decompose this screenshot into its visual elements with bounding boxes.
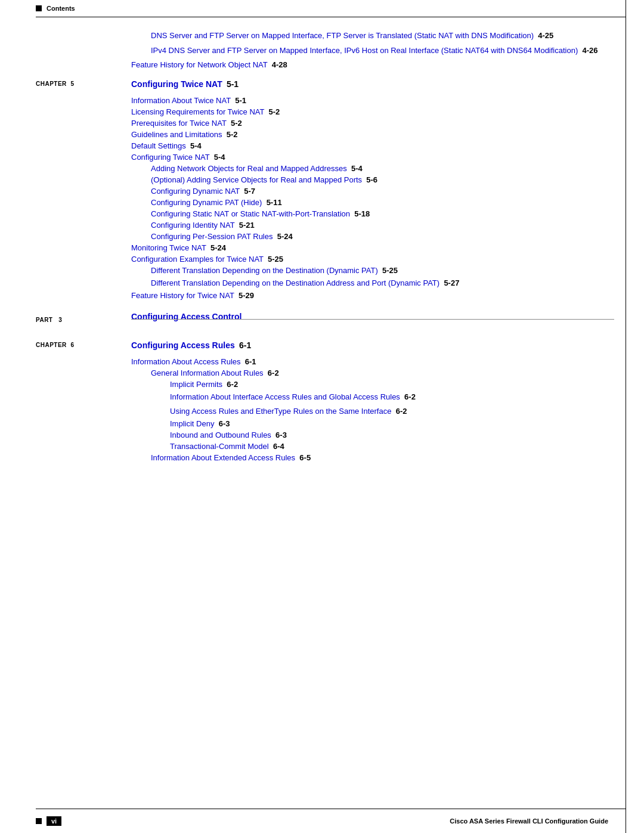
link-default-settings[interactable]: Default Settings: [131, 141, 186, 150]
header: Contents: [36, 5, 75, 12]
toc-ch5-entry-3: Prerequisites for Twice NAT 5-2: [131, 119, 614, 128]
link-monitoring-twice-nat[interactable]: Monitoring Twice NAT: [131, 243, 206, 252]
top-border: [36, 17, 626, 17]
footer-page-number: vi: [47, 816, 61, 826]
toc-ch5-entry-7: Adding Network Objects for Real and Mapp…: [151, 164, 614, 173]
toc-entry-ipv4-dns-text: IPv4 DNS Server and FTP Server on Mapped…: [151, 45, 614, 57]
link-config-per-session[interactable]: Configuring Per-Session PAT Rules: [151, 232, 273, 241]
toc-ch5-entry-17: Different Translation Depending on the D…: [151, 277, 614, 289]
page: Contents DNS Server and FTP Server on Ma…: [0, 0, 644, 833]
page-general-info-rules: 6-2: [268, 368, 279, 377]
toc-ch5-entry-11: Configuring Static NAT or Static NAT-wit…: [151, 209, 614, 218]
page-config-dynamic-pat: 5-11: [267, 198, 282, 207]
bottom-border: [36, 809, 626, 809]
header-square-icon: [36, 5, 42, 11]
chapter6-label: Chapter 6: [36, 342, 74, 348]
page-default-settings: 5-4: [190, 141, 202, 150]
link-diff-translation-dest-port[interactable]: Different Translation Depending on the D…: [151, 278, 439, 287]
toc-ch5-entry-2: Licensing Requirements for Twice NAT 5-2: [131, 107, 614, 116]
link-general-info-rules[interactable]: General Information About Rules: [151, 368, 264, 377]
toc-ch6-entry-7: Inbound and Outbound Rules 6-3: [170, 431, 614, 439]
pre-chapter5-entries: DNS Server and FTP Server on Mapped Inte…: [36, 30, 614, 71]
chapter6-title[interactable]: Configuring Access Rules: [131, 340, 235, 350]
page-implicit-deny: 6-3: [219, 419, 230, 428]
toc-ch6-entry-9: Information About Extended Access Rules …: [151, 453, 614, 462]
link-using-access-rules[interactable]: Using Access Rules and EtherType Rules o…: [170, 407, 391, 416]
chapter5-page: 5-1: [227, 79, 239, 89]
toc-ch5-entry-9: Configuring Dynamic NAT 5-7: [151, 187, 614, 196]
page-guidelines: 5-2: [227, 130, 238, 139]
toc-ch5-entry-5: Default Settings 5-4: [131, 141, 614, 150]
chapter6-header-row: Chapter 6 Configuring Access Rules 6-1: [36, 340, 614, 355]
header-label: Contents: [47, 5, 75, 12]
page-transactional-commit: 6-4: [273, 442, 284, 451]
link-config-identity-nat[interactable]: Configuring Identity NAT: [151, 221, 234, 230]
toc-entry-feature-history-net-text: Feature History for Network Object NAT 4…: [131, 59, 614, 71]
page-config-examples-twice-nat: 5-25: [268, 255, 283, 264]
chapter5-title-block: Configuring Twice NAT 5-1: [131, 79, 614, 89]
link-feature-history-twice-nat[interactable]: Feature History for Twice NAT: [131, 291, 234, 300]
toc-ch5-entry-8: (Optional) Adding Service Objects for Re…: [151, 175, 614, 184]
page-config-dynamic-nat: 5-7: [244, 187, 255, 196]
page-info-extended-access-rules: 6-5: [299, 453, 311, 462]
toc-entry-ipv4-dns: IPv4 DNS Server and FTP Server on Mapped…: [151, 45, 614, 57]
toc-ch5-entry-15: Configuration Examples for Twice NAT 5-2…: [131, 255, 614, 264]
link-info-extended-access-rules[interactable]: Information About Extended Access Rules: [151, 453, 295, 462]
link-info-access-rules[interactable]: Information About Access Rules: [131, 357, 241, 366]
part3-title[interactable]: Configuring Access Control: [131, 312, 242, 321]
footer-square-icon: [36, 818, 42, 824]
footer: vi Cisco ASA Series Firewall CLI Configu…: [0, 816, 644, 826]
page-prereq-twice-nat: 5-2: [231, 119, 242, 128]
link-config-twice-nat[interactable]: Configuring Twice NAT: [131, 153, 210, 162]
toc-entry-dns-ftp: DNS Server and FTP Server on Mapped Inte…: [151, 30, 614, 42]
page-implicit-permits: 6-2: [227, 380, 238, 389]
chapter6-page: 6-1: [239, 340, 251, 350]
toc-ch5-entry-1: Information About Twice NAT 5-1: [131, 96, 614, 105]
chapter5-label: Chapter 5: [36, 80, 74, 87]
toc-ch6-entry-5: Using Access Rules and EtherType Rules o…: [170, 405, 614, 417]
link-diff-translation-dest[interactable]: Different Translation Depending on the D…: [151, 266, 378, 275]
part3-title-block: Configuring Access Control: [131, 312, 614, 321]
link-config-static-nat[interactable]: Configuring Static NAT or Static NAT-wit…: [151, 209, 350, 218]
link-transactional-commit[interactable]: Transactional-Commit Model: [170, 442, 269, 451]
toc-ch5-entry-18: Feature History for Twice NAT 5-29: [131, 291, 614, 300]
toc-ch6-entry-6: Implicit Deny 6-3: [170, 419, 614, 428]
link-dns-ftp[interactable]: DNS Server and FTP Server on Mapped Inte…: [151, 31, 534, 40]
page-config-twice-nat: 5-4: [214, 153, 225, 162]
link-guidelines[interactable]: Guidelines and Limitations: [131, 130, 222, 139]
toc-ch5-entry-6: Configuring Twice NAT 5-4: [131, 153, 614, 162]
link-ipv4-dns[interactable]: IPv4 DNS Server and FTP Server on Mapped…: [151, 46, 578, 55]
link-config-examples-twice-nat[interactable]: Configuration Examples for Twice NAT: [131, 255, 264, 264]
link-config-dynamic-pat[interactable]: Configuring Dynamic PAT (Hide): [151, 198, 262, 207]
page-info-interface-access-rules: 6-2: [404, 392, 416, 401]
link-info-twice-nat[interactable]: Information About Twice NAT: [131, 96, 231, 105]
footer-title: Cisco ASA Series Firewall CLI Configurat…: [450, 817, 608, 825]
link-adding-network-objects[interactable]: Adding Network Objects for Real and Mapp…: [151, 164, 347, 173]
toc-ch6-entry-2: General Information About Rules 6-2: [151, 368, 614, 377]
part3-block: Part 3 Configuring Access Control: [36, 312, 614, 330]
link-inbound-outbound[interactable]: Inbound and Outbound Rules: [170, 431, 271, 439]
page-ipv4-dns: 4-26: [583, 46, 598, 55]
toc-ch6-entry-1: Information About Access Rules 6-1: [131, 357, 614, 366]
page-diff-translation-dest-port: 5-27: [444, 278, 459, 287]
link-licensing-twice-nat[interactable]: Licensing Requirements for Twice NAT: [131, 107, 264, 116]
right-border: [626, 0, 626, 833]
link-feature-history-net[interactable]: Feature History for Network Object NAT: [131, 60, 268, 69]
chapter5-title[interactable]: Configuring Twice NAT: [131, 79, 222, 89]
page-feature-history-net: 4-28: [272, 60, 287, 69]
page-inbound-outbound: 6-3: [275, 431, 287, 439]
link-implicit-permits[interactable]: Implicit Permits: [170, 380, 222, 389]
page-config-per-session: 5-24: [277, 232, 293, 241]
link-implicit-deny[interactable]: Implicit Deny: [170, 419, 214, 428]
link-prereq-twice-nat[interactable]: Prerequisites for Twice NAT: [131, 119, 227, 128]
link-info-interface-access-rules[interactable]: Information About Interface Access Rules…: [170, 392, 400, 401]
link-optional-service-objects[interactable]: (Optional) Adding Service Objects for Re…: [151, 175, 362, 184]
toc-ch6-entry-3: Implicit Permits 6-2: [170, 380, 614, 389]
chapter5-header-row: Chapter 5 Configuring Twice NAT 5-1: [36, 79, 614, 94]
chapter6-title-block: Configuring Access Rules 6-1: [131, 340, 614, 350]
part3-divider: [131, 319, 614, 320]
link-config-dynamic-nat[interactable]: Configuring Dynamic NAT: [151, 187, 240, 196]
page-optional-service-objects: 5-6: [366, 175, 377, 184]
toc-ch5-entry-12: Configuring Identity NAT 5-21: [151, 221, 614, 230]
toc-ch5-entry-4: Guidelines and Limitations 5-2: [131, 130, 614, 139]
